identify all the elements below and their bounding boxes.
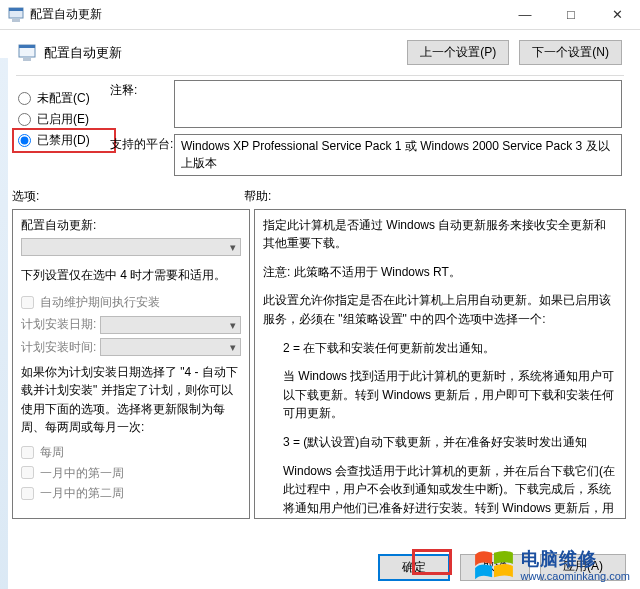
policy-icon [18,44,36,62]
titlebar: 配置自动更新 — □ ✕ [0,0,640,30]
prev-setting-button[interactable]: 上一个设置(P) [407,40,509,65]
next-setting-button[interactable]: 下一个设置(N) [519,40,622,65]
platforms-label: 支持的平台: [110,134,174,153]
window-title: 配置自动更新 [30,6,502,23]
options-panel[interactable]: 配置自动更新: 下列设置仅在选中 4 时才需要和适用。 自动维护期间执行安装 计… [12,209,250,519]
install-day-dropdown[interactable] [100,316,241,334]
options-panel-title: 配置自动更新: [21,216,241,235]
help-label: 帮助: [244,188,271,205]
windows-logo-icon [473,549,515,583]
help-p2: 注意: 此策略不适用于 Windows RT。 [263,263,617,282]
maximize-button[interactable]: □ [548,0,594,29]
install-time-label: 计划安装时间: [21,338,96,357]
help-p1: 指定此计算机是否通过 Windows 自动更新服务来接收安全更新和其他重要下载。 [263,216,617,253]
svg-rect-5 [23,58,31,61]
comment-textarea[interactable] [174,80,622,128]
install-time-dropdown[interactable] [100,338,241,356]
radio-disabled-label[interactable]: 已禁用(D) [37,132,90,149]
window-controls: — □ ✕ [502,0,640,29]
state-radios: 未配置(C) 已启用(E) 已禁用(D) [18,80,110,182]
help-p3: 此设置允许你指定是否在此计算机上启用自动更新。如果已启用该服务，必须在 "组策略… [263,291,617,328]
chk-second-week-label: 一月中的第二周 [40,484,124,503]
comment-label: 注释: [110,80,174,99]
watermark: 电脑维修 www.caominkang.com [469,547,634,585]
svg-rect-2 [12,19,20,22]
minimize-button[interactable]: — [502,0,548,29]
options-para1: 如果你为计划安装日期选择了 "4 - 自动下载并计划安装" 并指定了计划，则你可… [21,363,241,437]
supported-platforms-box: Windows XP Professional Service Pack 1 或… [174,134,622,176]
chk-maintenance[interactable] [21,296,34,309]
desktop-sliver [0,58,8,589]
update-mode-dropdown[interactable] [21,238,241,256]
options-note: 下列设置仅在选中 4 时才需要和适用。 [21,266,241,285]
help-p6: 3 = (默认设置)自动下载更新，并在准备好安装时发出通知 [263,433,617,452]
brand-text-cn: 电脑维修 [521,550,630,570]
svg-rect-4 [19,45,35,48]
radio-enabled[interactable] [18,113,31,126]
chk-maintenance-label: 自动维护期间执行安装 [40,293,160,312]
ok-button-highlight [412,549,452,575]
svg-rect-1 [9,8,23,11]
help-p7: Windows 会查找适用于此计算机的更新，并在后台下载它们(在此过程中，用户不… [263,462,617,519]
radio-disabled-highlight: 已禁用(D) [12,128,116,153]
radio-enabled-label[interactable]: 已启用(E) [37,111,89,128]
brand-text-url: www.caominkang.com [521,570,630,582]
close-button[interactable]: ✕ [594,0,640,29]
options-label: 选项: [12,188,244,205]
chk-second-week[interactable] [21,487,34,500]
radio-not-configured-label[interactable]: 未配置(C) [37,90,90,107]
radio-not-configured[interactable] [18,92,31,105]
chk-first-week-label: 一月中的第一周 [40,464,124,483]
install-day-label: 计划安装日期: [21,315,96,334]
chk-first-week[interactable] [21,466,34,479]
policy-header: 配置自动更新 上一个设置(P) 下一个设置(N) [0,30,640,73]
chk-weekly-label: 每周 [40,443,64,462]
app-icon [8,7,24,23]
help-p4: 2 = 在下载和安装任何更新前发出通知。 [263,339,617,358]
help-p5: 当 Windows 找到适用于此计算机的更新时，系统将通知用户可以下载更新。转到… [263,367,617,423]
radio-disabled[interactable] [18,134,31,147]
policy-title: 配置自动更新 [44,44,407,62]
help-panel[interactable]: 指定此计算机是否通过 Windows 自动更新服务来接收安全更新和其他重要下载。… [254,209,626,519]
chk-weekly[interactable] [21,446,34,459]
